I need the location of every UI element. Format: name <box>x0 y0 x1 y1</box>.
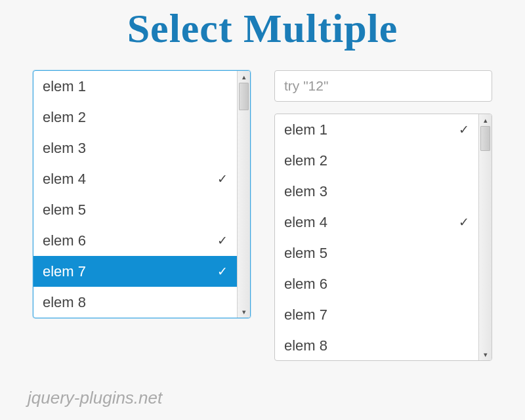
item-label: elem 4 <box>43 171 86 188</box>
search-input[interactable]: try "12" <box>274 70 492 102</box>
list-item[interactable]: elem 8 <box>275 330 478 360</box>
page-title: Select Multiple <box>26 5 499 52</box>
list-item[interactable]: elem 3 <box>275 176 478 207</box>
item-label: elem 7 <box>284 306 327 324</box>
scrollbar[interactable]: ▴ ▾ <box>478 114 492 360</box>
list-item[interactable]: elem 3 <box>33 133 237 163</box>
scrollbar[interactable]: ▴ ▾ <box>237 71 250 318</box>
list-item[interactable]: elem 8 <box>33 287 237 318</box>
item-label: elem 5 <box>43 201 86 219</box>
watermark-text: jquery-plugins.net <box>28 388 162 408</box>
list-item[interactable]: elem 1 ✓ <box>275 114 478 145</box>
check-icon: ✓ <box>217 264 228 279</box>
left-listbox[interactable]: elem 1 elem 2 elem 3 elem 4 ✓ elem 5 ele… <box>33 70 251 318</box>
item-label: elem 4 <box>284 214 327 231</box>
list-item[interactable]: elem 2 <box>33 102 237 133</box>
list-item[interactable]: elem 7 <box>275 299 478 330</box>
item-label: elem 1 <box>284 121 327 138</box>
scroll-track[interactable] <box>479 126 492 348</box>
list-item[interactable]: elem 2 <box>275 145 478 176</box>
list-item[interactable]: elem 6 ✓ <box>33 225 237 256</box>
item-label: elem 3 <box>284 183 327 200</box>
scroll-down-icon[interactable]: ▾ <box>479 348 492 360</box>
list-item[interactable]: elem 7 ✓ <box>33 256 237 287</box>
list-item[interactable]: elem 5 <box>275 238 478 268</box>
check-icon: ✓ <box>459 122 469 137</box>
list-item[interactable]: elem 6 <box>275 268 478 299</box>
right-listbox[interactable]: elem 1 ✓ elem 2 elem 3 elem 4 ✓ elem 5 e <box>274 114 492 361</box>
item-label: elem 7 <box>43 263 86 280</box>
list-item[interactable]: elem 4 ✓ <box>33 163 237 194</box>
right-list-items: elem 1 ✓ elem 2 elem 3 elem 4 ✓ elem 5 e <box>275 114 478 360</box>
check-icon: ✓ <box>459 215 469 230</box>
left-list-items: elem 1 elem 2 elem 3 elem 4 ✓ elem 5 ele… <box>33 71 237 318</box>
scroll-down-icon[interactable]: ▾ <box>238 306 250 318</box>
item-label: elem 2 <box>43 109 86 126</box>
item-label: elem 5 <box>284 245 327 262</box>
list-item[interactable]: elem 1 <box>33 71 237 102</box>
check-icon: ✓ <box>217 233 228 248</box>
item-label: elem 3 <box>43 140 86 157</box>
scroll-thumb[interactable] <box>480 126 490 151</box>
item-label: elem 2 <box>284 152 327 169</box>
item-label: elem 8 <box>43 294 86 311</box>
check-icon: ✓ <box>217 171 228 186</box>
scroll-up-icon[interactable]: ▴ <box>479 114 492 126</box>
item-label: elem 6 <box>284 276 327 293</box>
list-item[interactable]: elem 4 ✓ <box>275 207 478 238</box>
item-label: elem 6 <box>43 232 86 249</box>
scroll-track[interactable] <box>238 83 250 306</box>
scroll-up-icon[interactable]: ▴ <box>238 71 250 83</box>
right-column: try "12" elem 1 ✓ elem 2 elem 3 elem 4 ✓ <box>274 70 492 361</box>
item-label: elem 8 <box>284 337 327 354</box>
list-item[interactable]: elem 5 <box>33 194 237 225</box>
left-column: elem 1 elem 2 elem 3 elem 4 ✓ elem 5 ele… <box>33 70 251 361</box>
scroll-thumb[interactable] <box>239 83 249 110</box>
item-label: elem 1 <box>43 78 86 95</box>
